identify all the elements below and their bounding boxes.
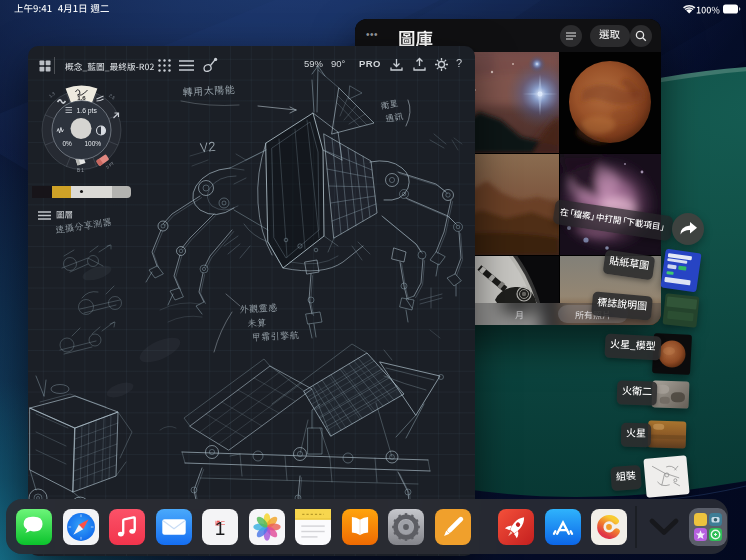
svg-text:1.6: 1.6 <box>77 94 86 101</box>
svg-text:5 PT: 5 PT <box>105 160 115 169</box>
svg-text:B 1: B 1 <box>77 168 84 173</box>
svg-text:1.3: 1.3 <box>48 91 56 99</box>
svg-text:1.6 pts: 1.6 pts <box>77 107 98 115</box>
svg-text:0%: 0% <box>63 140 73 147</box>
svg-text:100%: 100% <box>85 140 102 147</box>
svg-text:2.5: 2.5 <box>108 93 116 101</box>
